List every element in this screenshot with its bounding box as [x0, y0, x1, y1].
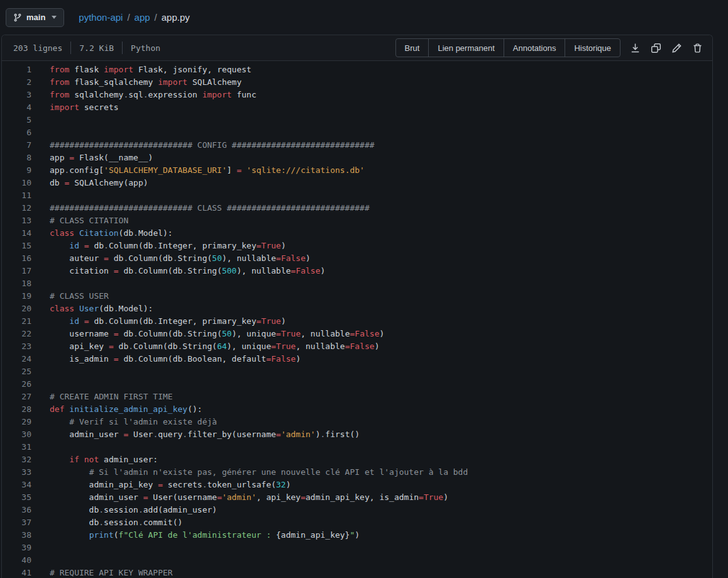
line-number[interactable]: 28	[2, 403, 31, 416]
line-number[interactable]: 5	[2, 114, 31, 126]
code-line-content	[31, 114, 50, 126]
code-line: 36 db.session.add(admin_user)	[2, 504, 712, 516]
code-line: 4import secrets	[2, 101, 712, 114]
raw-button[interactable]: Brut	[395, 38, 429, 57]
code-line-content: admin_user = User.query.filter_by(userna…	[31, 428, 360, 441]
breadcrumb-repo-link[interactable]: python-api	[79, 12, 123, 23]
permalink-button[interactable]: Lien permanent	[428, 38, 504, 57]
line-number[interactable]: 3	[2, 89, 31, 101]
line-number[interactable]: 6	[2, 126, 31, 139]
code-line-content: db.session.commit()	[31, 516, 182, 529]
code-line-content: from flask_sqlalchemy import SQLAlchemy	[31, 76, 241, 89]
code-line: 39	[2, 542, 712, 554]
code-line: 5	[2, 114, 712, 126]
line-number[interactable]: 41	[2, 567, 31, 578]
edit-button[interactable]	[671, 42, 683, 54]
code-line-content	[31, 277, 50, 290]
download-button[interactable]	[629, 42, 641, 54]
line-number[interactable]: 1	[2, 64, 31, 76]
code-line-content: is_admin = db.Column(db.Boolean, default…	[31, 353, 301, 365]
code-line-content	[31, 189, 50, 202]
line-number[interactable]: 15	[2, 240, 31, 252]
file-view-button-group: Brut Lien permanent Annotations Historiq…	[395, 38, 620, 57]
line-number[interactable]: 21	[2, 315, 31, 328]
line-number[interactable]: 30	[2, 428, 31, 441]
code-line: 12############################# CLASS ##…	[2, 202, 712, 214]
code-line-content: # CLASS CITATION	[31, 214, 128, 227]
line-number[interactable]: 23	[2, 340, 31, 353]
code-line: 26	[2, 378, 712, 391]
code-line: 33 # Si l'admin n'existe pas, générer un…	[2, 466, 712, 479]
line-number[interactable]: 19	[2, 290, 31, 303]
line-number[interactable]: 38	[2, 529, 31, 542]
code-line-content: app.config['SQLALCHEMY_DATABASE_URI'] = …	[31, 164, 365, 177]
code-line-content	[31, 542, 50, 554]
code-line: 19# CLASS USER	[2, 290, 712, 303]
code-line: 37 db.session.commit()	[2, 516, 712, 529]
history-button[interactable]: Historique	[565, 38, 620, 57]
line-number[interactable]: 32	[2, 453, 31, 466]
code-line: 41# REQUIRE API KEY WRAPPER	[2, 567, 712, 578]
code-line-content: def initialize_admin_api_key():	[31, 403, 202, 416]
line-number[interactable]: 29	[2, 416, 31, 428]
code-line: 15 id = db.Column(db.Integer, primary_ke…	[2, 240, 712, 252]
code-line-content: # Verif si l'admin existe déjà	[31, 416, 217, 428]
line-number[interactable]: 33	[2, 466, 31, 479]
code-line: 2from flask_sqlalchemy import SQLAlchemy	[2, 76, 712, 89]
line-number[interactable]: 34	[2, 479, 31, 491]
file-actions: Brut Lien permanent Annotations Historiq…	[395, 38, 703, 57]
line-number[interactable]: 26	[2, 378, 31, 391]
code-line-content: auteur = db.Column(db.String(50), nullab…	[31, 252, 311, 265]
code-line: 32 if not admin_user:	[2, 453, 712, 466]
delete-button[interactable]	[692, 42, 703, 54]
line-number[interactable]: 13	[2, 214, 31, 227]
line-number[interactable]: 8	[2, 152, 31, 164]
line-number[interactable]: 18	[2, 277, 31, 290]
annotations-button[interactable]: Annotations	[504, 38, 566, 57]
code-line: 38 print(f"Clé API de l'administrateur :…	[2, 529, 712, 542]
code-line: 7############################# CONFIG ##…	[2, 139, 712, 152]
line-number[interactable]: 39	[2, 542, 31, 554]
line-number[interactable]: 2	[2, 76, 31, 89]
line-number[interactable]: 14	[2, 227, 31, 240]
line-number[interactable]: 17	[2, 265, 31, 277]
line-number[interactable]: 35	[2, 491, 31, 504]
line-number[interactable]: 4	[2, 101, 31, 114]
line-number[interactable]: 7	[2, 139, 31, 152]
code-line: 29 # Verif si l'admin existe déjà	[2, 416, 712, 428]
code-line-content: citation = db.Column(db.String(500), nul…	[31, 265, 325, 277]
page: { "header": { "branch": { "label": "main…	[0, 0, 728, 578]
line-number[interactable]: 31	[2, 441, 31, 453]
line-number[interactable]: 9	[2, 164, 31, 177]
line-number[interactable]: 40	[2, 554, 31, 567]
line-number[interactable]: 20	[2, 303, 31, 315]
line-number[interactable]: 12	[2, 202, 31, 214]
branch-selector[interactable]: main	[6, 8, 64, 27]
code-line: 14class Citation(db.Model):	[2, 227, 712, 240]
breadcrumb-dir-link[interactable]: app	[135, 12, 150, 23]
trash-icon	[692, 43, 703, 53]
line-number[interactable]: 24	[2, 353, 31, 365]
line-number[interactable]: 10	[2, 177, 31, 189]
code-line: 27# CREATE ADMIN FIRST TIME	[2, 391, 712, 403]
line-number[interactable]: 25	[2, 365, 31, 378]
code-line: 6	[2, 126, 712, 139]
line-number[interactable]: 22	[2, 328, 31, 340]
line-number[interactable]: 27	[2, 391, 31, 403]
copy-button[interactable]	[650, 42, 662, 54]
code-viewer: 1from flask import Flask, jsonify, reque…	[2, 61, 712, 578]
file-size: 7.2 KiB	[71, 42, 123, 54]
line-number[interactable]: 36	[2, 504, 31, 516]
code-line: 10db = SQLAlchemy(app)	[2, 177, 712, 189]
code-line-content	[31, 378, 50, 391]
code-line: 9app.config['SQLALCHEMY_DATABASE_URI'] =…	[2, 164, 712, 177]
code-line-content: import secrets	[31, 101, 119, 114]
line-number[interactable]: 11	[2, 189, 31, 202]
code-line: 16 auteur = db.Column(db.String(50), nul…	[2, 252, 712, 265]
code-line-content: if not admin_user:	[31, 453, 158, 466]
code-line: 20class User(db.Model):	[2, 303, 712, 315]
line-number[interactable]: 37	[2, 516, 31, 529]
code-line-content: id = db.Column(db.Integer, primary_key=T…	[31, 240, 286, 252]
file-meta: 203 lignes 7.2 KiB Python	[13, 42, 168, 54]
line-number[interactable]: 16	[2, 252, 31, 265]
